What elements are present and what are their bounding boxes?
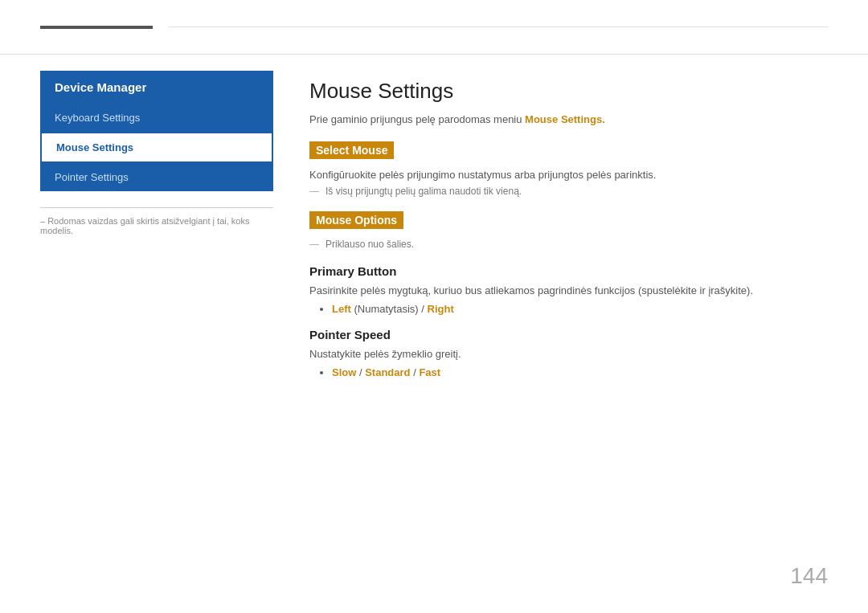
sidebar-title: Device Manager xyxy=(40,71,273,104)
top-bar-accent xyxy=(40,26,153,29)
pointer-speed-options: Slow / Standard / Fast xyxy=(309,366,820,378)
main-layout: Device Manager Keyboard Settings Mouse S… xyxy=(0,55,868,613)
pointer-speed-title: Pointer Speed xyxy=(309,328,820,341)
option-sep1: / xyxy=(421,303,427,315)
top-bar-divider xyxy=(169,27,828,27)
option-fast: Fast xyxy=(419,366,440,378)
option-left: Left xyxy=(332,303,351,315)
intro-paragraph: Prie gaminio prijungus pelę parodomas me… xyxy=(309,113,820,125)
primary-button-desc: Pasirinkite pelės mygtuką, kuriuo bus at… xyxy=(309,284,820,296)
mouse-options-heading: Mouse Options xyxy=(309,211,403,229)
sidebar-nav: Device Manager Keyboard Settings Mouse S… xyxy=(40,71,273,191)
mouse-options-note: Priklauso nuo šalies. xyxy=(309,239,820,250)
page-title: Mouse Settings xyxy=(309,79,820,104)
sidebar-note: – Rodomas vaizdas gali skirtis atsižvelg… xyxy=(40,207,273,235)
top-bar xyxy=(0,0,868,55)
select-mouse-note: Iš visų prijungtų pelių galima naudoti t… xyxy=(309,186,820,197)
select-mouse-desc: Konfigūruokite pelės prijungimo nustatym… xyxy=(309,169,820,181)
sidebar-item-pointer[interactable]: Pointer Settings xyxy=(40,163,273,191)
option-default: (Numatytasis) xyxy=(354,303,418,315)
option-slow: Slow xyxy=(332,366,356,378)
option-standard: Standard xyxy=(365,366,410,378)
pointer-speed-option: Slow / Standard / Fast xyxy=(332,366,820,378)
page-number: 144 xyxy=(790,563,828,589)
primary-button-option: Left (Numatytasis) / Right xyxy=(332,303,820,315)
pointer-speed-desc: Nustatykite pelės žymeklio greitį. xyxy=(309,348,820,360)
sidebar-item-keyboard[interactable]: Keyboard Settings xyxy=(40,104,273,132)
sidebar: Device Manager Keyboard Settings Mouse S… xyxy=(0,55,277,613)
sidebar-item-mouse[interactable]: Mouse Settings xyxy=(40,132,273,163)
primary-button-options: Left (Numatytasis) / Right xyxy=(309,303,820,315)
content-area: Mouse Settings Prie gaminio prijungus pe… xyxy=(277,55,868,613)
select-mouse-heading: Select Mouse xyxy=(309,141,394,159)
option-right: Right xyxy=(428,303,454,315)
intro-link: Mouse Settings. xyxy=(525,113,605,125)
primary-button-title: Primary Button xyxy=(309,264,820,278)
